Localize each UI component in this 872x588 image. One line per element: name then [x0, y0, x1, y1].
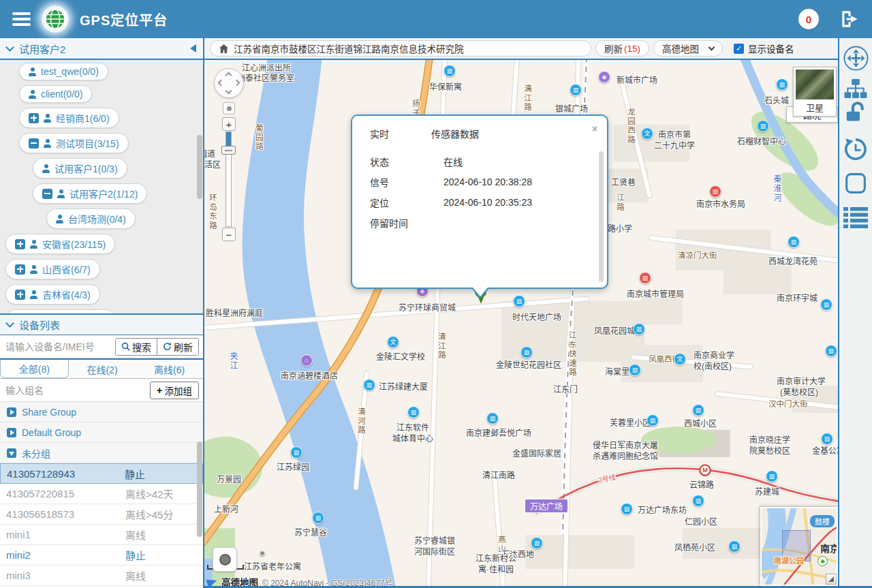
tree-item[interactable]: 台湾场测(0/4)	[46, 208, 136, 229]
locate-button[interactable]	[213, 547, 237, 572]
refresh-button[interactable]: 刷新	[157, 339, 198, 355]
tree-item[interactable]: client(0/0)	[19, 85, 92, 103]
blue-poi-marker[interactable]: ▥	[407, 406, 420, 418]
close-icon[interactable]: ×	[592, 124, 597, 134]
collapse-icon[interactable]	[29, 138, 39, 149]
device-list-scrollbar[interactable]	[197, 442, 202, 537]
unlock-icon[interactable]	[839, 102, 872, 124]
blue-poi-marker[interactable]: ▥	[486, 412, 499, 424]
tree-scrollbar[interactable]	[197, 135, 202, 199]
map-center-button[interactable]	[223, 102, 235, 114]
blue-poi-marker[interactable]: ▥	[621, 503, 633, 515]
blue-poi-marker[interactable]: ▥	[290, 446, 302, 459]
purple-poi-marker[interactable]: ◈	[598, 71, 610, 83]
device-row[interactable]: mini3离线	[0, 566, 203, 586]
pan-right-icon[interactable]	[234, 80, 240, 87]
device-row[interactable]: mini2静止	[0, 545, 203, 566]
add-group-button[interactable]: + 添加组	[150, 382, 199, 399]
pan-left-icon[interactable]	[218, 80, 225, 87]
expand-icon[interactable]	[15, 264, 25, 275]
blue-poi-marker[interactable]: ▥	[647, 414, 659, 427]
blue-poi-marker[interactable]: ▥	[363, 379, 375, 391]
hotel-poi-marker[interactable]: ⌂	[300, 354, 313, 367]
blue-poi-marker[interactable]: ▥	[629, 364, 641, 376]
dot-poi-marker[interactable]	[260, 551, 265, 556]
map-canvas[interactable]: 江心洲派出所洲泰社区警务室华保新寓扬子漓江路银城广场新城市广场龙园西路石头城南京…	[204, 60, 838, 586]
popup-tab-sensor[interactable]: 传感器数据	[431, 127, 479, 140]
pan-mode-icon[interactable]	[839, 45, 872, 72]
tree-item[interactable]: 经销商1(6/0)	[19, 108, 119, 128]
blue-poi-marker[interactable]: ▥	[821, 433, 833, 445]
history-playback-icon[interactable]	[839, 138, 872, 161]
device-row[interactable]: mini1离线	[0, 525, 203, 545]
popup-scrollbar[interactable]	[599, 151, 604, 282]
blue-poi-marker[interactable]: ▥	[513, 295, 525, 307]
zoom-out-button[interactable]: −	[222, 228, 236, 241]
metro-poi-marker[interactable]: M	[700, 465, 711, 476]
device-tab[interactable]: 离线(6)	[136, 360, 203, 378]
minimap-collapse-button[interactable]	[826, 574, 837, 585]
tree-item[interactable]: 吉林省(4/3)	[5, 284, 100, 305]
group-name-input[interactable]	[4, 384, 146, 397]
hamburger-menu-icon[interactable]	[12, 12, 31, 26]
zoom-in-button[interactable]: +	[222, 117, 236, 131]
red-poi-marker[interactable]: ▥	[639, 272, 651, 284]
device-tab[interactable]: 全部(8)	[0, 360, 69, 378]
map-refresh-button[interactable]: 刷新(15)	[595, 40, 649, 57]
group-toggle-icon[interactable]	[7, 448, 16, 458]
blue-poi-marker[interactable]: ▥	[692, 404, 704, 416]
show-device-name-checkbox[interactable]: ✓	[734, 44, 744, 54]
pan-up-icon[interactable]	[225, 72, 232, 79]
tree-item[interactable]: 内蒙古(103/91)	[5, 309, 116, 313]
blue-poi-marker[interactable]: ▥	[766, 470, 778, 482]
tree-item[interactable]: 安徽省(23/115)	[5, 234, 115, 254]
hierarchy-icon[interactable]	[839, 77, 872, 101]
device-row[interactable]: 413057220815离线>42天	[0, 484, 203, 504]
blue-poi-marker[interactable]: ▥	[757, 120, 769, 132]
blue-poi-marker[interactable]: ▥	[633, 323, 645, 335]
collapse-sidebar-icon[interactable]	[190, 44, 196, 52]
tree-item[interactable]: 试用客户2(1/12)	[33, 183, 147, 204]
blue-poi-marker[interactable]: ▥	[776, 78, 788, 91]
group-row[interactable]: Share Group	[0, 402, 203, 422]
tree-item[interactable]: 试用客户1(0/3)	[33, 158, 127, 179]
zoom-slider-handle[interactable]	[221, 146, 236, 155]
blue-poi-marker[interactable]: ▥	[531, 537, 543, 549]
logout-icon[interactable]	[839, 9, 860, 29]
blue-poi-marker[interactable]: ▥	[312, 512, 324, 524]
expand-icon[interactable]	[29, 113, 39, 123]
culture-poi-marker[interactable]: 文	[641, 127, 653, 140]
device-row[interactable]: 413057128943静止	[0, 463, 203, 484]
blue-poi-marker[interactable]: ▥	[728, 540, 741, 553]
blue-poi-marker[interactable]: ▥	[570, 84, 582, 96]
popup-tab-realtime[interactable]: 实时	[370, 127, 389, 140]
device-row[interactable]: 413056518573离线>45分	[0, 504, 203, 525]
client-tree-header[interactable]: 试用客户2	[0, 38, 203, 60]
red-poi-marker[interactable]: ▥	[709, 185, 721, 198]
list-view-icon[interactable]	[839, 207, 872, 228]
overview-minimap[interactable]: 鼓楼 南京 南湖公园 ♣	[760, 507, 838, 586]
pan-down-icon[interactable]	[225, 88, 232, 95]
blue-poi-marker[interactable]: ▥	[520, 346, 533, 358]
group-row[interactable]: 未分组	[0, 443, 203, 463]
group-toggle-icon[interactable]	[7, 407, 16, 417]
map-type-select[interactable]: 高德地图	[653, 40, 723, 57]
tree-item[interactable]: test_qwe(0/0)	[19, 63, 108, 80]
expand-icon[interactable]	[15, 290, 25, 300]
map-pan-control[interactable]	[214, 68, 244, 98]
device-tab[interactable]: 在线(2)	[69, 360, 136, 378]
tree-item[interactable]: 测试项目(3/15)	[19, 133, 129, 153]
device-search-input[interactable]	[4, 341, 111, 353]
blue-poi-marker[interactable]: ▥	[443, 65, 456, 77]
group-toggle-icon[interactable]	[7, 428, 16, 437]
group-row[interactable]: Default Group	[0, 422, 203, 443]
search-button[interactable]: 搜索	[116, 339, 157, 355]
notification-badge[interactable]: 0	[798, 9, 819, 29]
address-bar[interactable]: 江苏省南京市鼓楼区江东街道锦江路南京信息技术研究院	[210, 40, 591, 57]
culture-poi-marker[interactable]: 文	[387, 336, 399, 348]
blue-poi-marker[interactable]: ▥	[692, 495, 704, 507]
region-select-icon[interactable]	[839, 172, 872, 194]
satellite-layer-button[interactable]: 卫星	[793, 67, 837, 117]
collapse-icon[interactable]	[42, 189, 52, 199]
culture-poi-marker[interactable]: 文	[674, 353, 686, 365]
